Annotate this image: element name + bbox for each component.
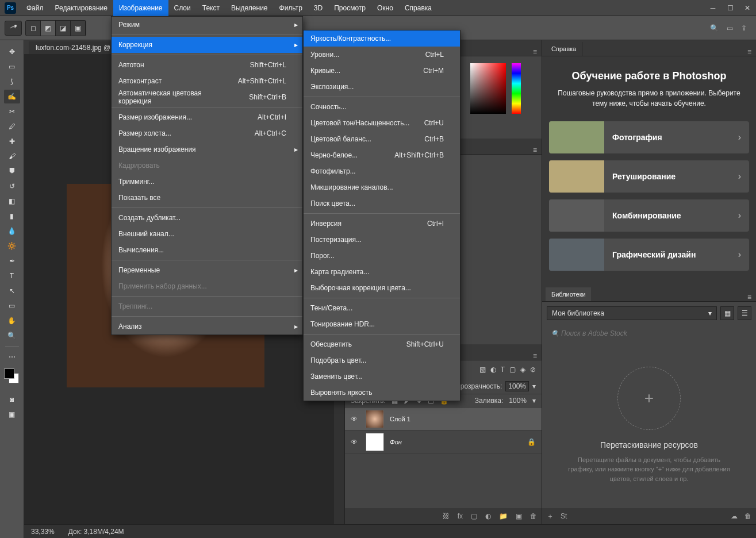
- menu-item[interactable]: Черно-белое...Alt+Shift+Ctrl+B: [304, 147, 460, 163]
- hand-tool[interactable]: ✋: [4, 314, 20, 328]
- foreground-color[interactable]: [4, 368, 14, 379]
- gradient-tool[interactable]: ▮: [4, 209, 20, 223]
- menu-layers[interactable]: Слои: [168, 0, 197, 16]
- library-selector[interactable]: Моя библиотека▾: [547, 306, 717, 320]
- menu-item[interactable]: Цветовой тон/Насыщенность...Ctrl+U: [304, 115, 460, 131]
- zoom-tool[interactable]: 🔍: [4, 329, 20, 343]
- color-field[interactable]: [470, 63, 506, 114]
- menu-item[interactable]: АвтоконтрастAlt+Shift+Ctrl+L: [112, 73, 302, 89]
- topic-combine[interactable]: Комбинирование ›: [549, 199, 749, 232]
- menu-item[interactable]: Экспозиция...: [304, 79, 460, 95]
- eraser-tool[interactable]: ◧: [4, 194, 20, 208]
- layer-name[interactable]: Фон: [390, 439, 402, 445]
- color-swatches[interactable]: [4, 368, 20, 385]
- layer-fx-icon[interactable]: fx: [458, 512, 463, 520]
- current-tool-icon[interactable]: [5, 21, 22, 36]
- share-icon[interactable]: ⇪: [741, 24, 747, 32]
- intersect-selection-icon[interactable]: ▣: [71, 21, 86, 36]
- opacity-value[interactable]: 100%: [505, 381, 529, 391]
- menu-item[interactable]: Тонирование HDR...: [304, 316, 460, 332]
- panel-menu-icon[interactable]: ≡: [528, 352, 542, 360]
- history-brush-tool[interactable]: ↺: [4, 179, 20, 193]
- brush-tool[interactable]: 🖌: [4, 149, 20, 163]
- menu-item[interactable]: Создать дубликат...: [112, 210, 302, 226]
- move-tool[interactable]: ✥: [4, 45, 20, 59]
- menu-item[interactable]: Анализ▸: [112, 318, 302, 335]
- menu-item[interactable]: ОбесцветитьShift+Ctrl+U: [304, 336, 460, 352]
- library-search[interactable]: 🔍 Поиск в Adobe Stock: [547, 327, 751, 340]
- zoom-level[interactable]: 33,33%: [31, 528, 55, 536]
- marquee-tool[interactable]: ▭: [4, 60, 20, 74]
- menu-item[interactable]: Размер холста...Alt+Ctrl+C: [112, 125, 302, 141]
- menu-edit[interactable]: Редактирование: [49, 0, 113, 16]
- fill-value[interactable]: 100%: [509, 397, 527, 405]
- stock-icon[interactable]: St: [561, 512, 567, 520]
- healing-tool[interactable]: ✚: [4, 134, 20, 148]
- menu-item[interactable]: Постеризация...: [304, 232, 460, 248]
- hue-strip[interactable]: [512, 63, 521, 114]
- topic-retouch[interactable]: Ретуширование ›: [549, 160, 749, 193]
- menu-item[interactable]: Фотофильтр...: [304, 163, 460, 179]
- menu-text[interactable]: Текст: [197, 0, 225, 16]
- layer-thumbnail[interactable]: [366, 410, 384, 428]
- menu-item[interactable]: Выборочная коррекция цвета...: [304, 280, 460, 296]
- menu-item[interactable]: Заменить цвет...: [304, 368, 460, 385]
- quick-select-tool[interactable]: ✍: [4, 90, 20, 103]
- new-selection-icon[interactable]: ◻: [26, 21, 41, 36]
- menu-item[interactable]: Внешний канал...: [112, 226, 302, 242]
- visibility-icon[interactable]: 👁: [351, 415, 360, 423]
- menu-item[interactable]: Кривые...Ctrl+M: [304, 63, 460, 79]
- menu-item[interactable]: Уровни...Ctrl+L: [304, 47, 460, 63]
- cloud-icon[interactable]: ☁: [731, 512, 738, 520]
- menu-item[interactable]: Микширование каналов...: [304, 179, 460, 195]
- library-dropzone[interactable]: + Перетаскивание ресурсов Перетащите фай…: [542, 342, 756, 508]
- edit-toolbar-icon[interactable]: ⋯: [4, 350, 20, 364]
- group-icon[interactable]: 📁: [499, 512, 508, 520]
- filter-adjust-icon[interactable]: ◐: [490, 366, 496, 374]
- list-view-icon[interactable]: ☰: [738, 306, 751, 320]
- panel-menu-icon[interactable]: ≡: [743, 293, 756, 301]
- menu-3d[interactable]: 3D: [308, 0, 328, 16]
- filter-smart-icon[interactable]: ◈: [520, 366, 525, 374]
- search-icon[interactable]: 🔍: [710, 24, 719, 32]
- pen-tool[interactable]: ✒: [4, 254, 20, 268]
- menu-item[interactable]: Порог...: [304, 248, 460, 264]
- grid-view-icon[interactable]: ▦: [720, 306, 734, 320]
- doc-size[interactable]: Док: 3,18M/4,24M: [68, 528, 124, 536]
- new-layer-icon[interactable]: ▣: [516, 512, 522, 520]
- path-select-tool[interactable]: ↖: [4, 284, 20, 298]
- menu-item[interactable]: Тени/Света...: [304, 300, 460, 316]
- menu-item[interactable]: АвтотонShift+Ctrl+L: [112, 57, 302, 73]
- filter-type-icon[interactable]: T: [501, 366, 505, 374]
- menu-item[interactable]: Поиск цвета...: [304, 195, 460, 212]
- link-layers-icon[interactable]: ⛓: [443, 512, 450, 520]
- menu-item[interactable]: Вращение изображения▸: [112, 141, 302, 157]
- menu-item[interactable]: Сочность...: [304, 99, 460, 115]
- close-icon[interactable]: ✕: [739, 0, 756, 16]
- menu-item[interactable]: Переменные▸: [112, 262, 302, 278]
- menu-item[interactable]: Вычисления...: [112, 242, 302, 258]
- lasso-tool[interactable]: ⟆: [4, 75, 20, 89]
- add-asset-icon[interactable]: ＋: [547, 512, 554, 521]
- menu-item[interactable]: Яркость/Контрастность...: [304, 30, 460, 47]
- menu-item[interactable]: Выровнять яркость: [304, 385, 460, 401]
- filter-toggle-icon[interactable]: ⊘: [530, 366, 536, 374]
- quick-mask-icon[interactable]: ◙: [4, 393, 20, 406]
- menu-item[interactable]: Тримминг...: [112, 174, 302, 190]
- layer-thumbnail[interactable]: [366, 433, 384, 451]
- panel-menu-icon[interactable]: ≡: [743, 48, 756, 56]
- type-tool[interactable]: T: [4, 269, 20, 283]
- menu-item[interactable]: Цветовой баланс...Ctrl+B: [304, 131, 460, 147]
- delete-layer-icon[interactable]: 🗑: [530, 512, 537, 520]
- eyedropper-tool[interactable]: 🖊: [4, 120, 20, 133]
- delete-asset-icon[interactable]: 🗑: [745, 512, 751, 520]
- menu-image[interactable]: Изображение: [113, 0, 168, 16]
- menu-item[interactable]: Размер изображения...Alt+Ctrl+I: [112, 109, 302, 125]
- menu-item[interactable]: Автоматическая цветовая коррекцияShift+C…: [112, 89, 302, 105]
- topic-photography[interactable]: Фотография ›: [549, 121, 749, 153]
- layer-name[interactable]: Слой 1: [390, 416, 410, 422]
- subtract-selection-icon[interactable]: ◪: [56, 21, 71, 36]
- add-selection-icon[interactable]: ◩: [41, 21, 56, 36]
- visibility-icon[interactable]: 👁: [351, 438, 360, 446]
- panel-menu-icon[interactable]: ≡: [528, 48, 542, 56]
